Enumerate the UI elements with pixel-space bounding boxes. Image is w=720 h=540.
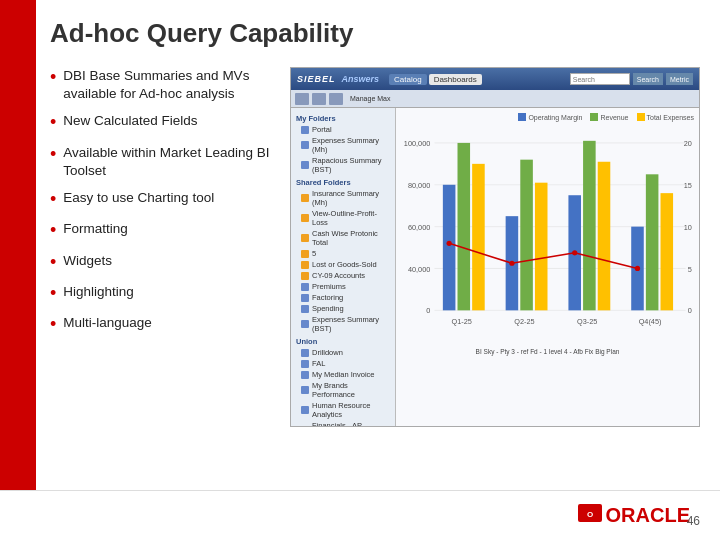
legend-operating-margin: Operating Margin xyxy=(518,113,582,121)
svg-text:Q4(45): Q4(45) xyxy=(639,317,662,326)
siebel-nav-tabs: Catalog Dashboards xyxy=(389,74,482,85)
doc-icon xyxy=(301,349,309,357)
folder-icon xyxy=(301,194,309,202)
nav-item-label: Factoring xyxy=(312,293,343,302)
nav-item-hr-analytics[interactable]: Human Resource Analytics xyxy=(291,400,395,420)
page-title: Ad-hoc Query Capability xyxy=(50,18,700,49)
oracle-icon: O xyxy=(578,504,602,528)
nav-item-premiums[interactable]: Premiums xyxy=(291,281,395,292)
nav-item-label: Financials - AP Analyses xyxy=(312,421,390,426)
folder-icon xyxy=(301,261,309,269)
svg-text:20: 20 xyxy=(684,139,692,148)
nav-item-spending[interactable]: Spending xyxy=(291,303,395,314)
folder-icon xyxy=(301,214,309,222)
list-item: • Highlighting xyxy=(50,283,270,305)
nav-item-cash-wise[interactable]: Cash Wise Protonic Total xyxy=(291,228,395,248)
bar-rev-q4 xyxy=(646,174,659,310)
siebel-body: My Folders Portal Expenses Summary (Mh) … xyxy=(291,108,699,426)
bar-exp-q4 xyxy=(661,193,674,310)
svg-text:O: O xyxy=(586,510,592,519)
nav-item-label: Portal xyxy=(312,125,332,134)
toolbar-icon-3[interactable] xyxy=(329,93,343,105)
nav-item-view-outline[interactable]: View-Outline-Profit-Loss xyxy=(291,208,395,228)
bar-rev-q3 xyxy=(583,141,596,311)
bar-exp-q1 xyxy=(472,164,485,310)
nav-item-label: My Brands Performance xyxy=(312,381,390,399)
list-item: • Widgets xyxy=(50,252,270,274)
nav-item-portal[interactable]: Portal xyxy=(291,124,395,135)
svg-text:40,000: 40,000 xyxy=(408,265,430,274)
folder-icon xyxy=(301,234,309,242)
nav-item-brands-perf[interactable]: My Brands Performance xyxy=(291,380,395,400)
bullet-icon: • xyxy=(50,142,56,166)
answers-label: Answers xyxy=(342,74,380,84)
nav-item-label: CY-09 Accounts xyxy=(312,271,365,280)
list-item-text: Highlighting xyxy=(63,283,134,301)
nav-item-5[interactable]: 5 xyxy=(291,248,395,259)
union-title: Union xyxy=(291,334,395,347)
bullet-icon: • xyxy=(50,110,56,134)
bar-exp-q3 xyxy=(598,162,611,311)
toolbar-icon-2[interactable] xyxy=(312,93,326,105)
siebel-header: SIEBEL Answers Catalog Dashboards Search… xyxy=(291,68,699,90)
nav-item-drilldown[interactable]: Drilldown xyxy=(291,347,395,358)
legend-label-1: Operating Margin xyxy=(528,114,582,121)
shared-folders-title: Shared Folders xyxy=(291,175,395,188)
toolbar-icon-1[interactable] xyxy=(295,93,309,105)
doc-icon xyxy=(301,161,309,169)
doc-icon xyxy=(301,283,309,291)
list-item: • Multi-language xyxy=(50,314,270,336)
list-item-text: Available within Market Leading BI Tools… xyxy=(63,144,270,180)
siebel-search-bar: Search Metric xyxy=(570,73,693,85)
nav-item-factoring[interactable]: Factoring xyxy=(291,292,395,303)
nav-item-expenses-bst[interactable]: Expenses Summary (BST) xyxy=(291,314,395,334)
nav-item-expenses-mh[interactable]: Expenses Summary (Mh) xyxy=(291,135,395,155)
metric-button[interactable]: Metric xyxy=(666,73,693,85)
nav-item-label: Lost or Goods-Sold xyxy=(312,260,377,269)
search-input[interactable] xyxy=(570,73,630,85)
doc-icon xyxy=(301,406,309,414)
nav-item-fal[interactable]: FAL xyxy=(291,358,395,369)
nav-item-insurance[interactable]: Insurance Summary (Mh) xyxy=(291,188,395,208)
svg-text:Q3-25: Q3-25 xyxy=(577,317,597,326)
nav-item-rapacious[interactable]: Rapacious Summary (BST) xyxy=(291,155,395,175)
legend-color-2 xyxy=(590,113,598,121)
doc-icon xyxy=(301,360,309,368)
bullet-icon: • xyxy=(50,187,56,211)
my-folders-title: My Folders xyxy=(291,111,395,124)
nav-item-lost-goods[interactable]: Lost or Goods-Sold xyxy=(291,259,395,270)
svg-text:Q1-25: Q1-25 xyxy=(452,317,472,326)
bullet-icon: • xyxy=(50,312,56,336)
search-button[interactable]: Search xyxy=(633,73,663,85)
tab-dashboards[interactable]: Dashboards xyxy=(429,74,482,85)
nav-item-cy09[interactable]: CY-09 Accounts xyxy=(291,270,395,281)
nav-item-label: Cash Wise Protonic Total xyxy=(312,229,390,247)
om-point-q4 xyxy=(635,266,640,271)
legend-total-expenses: Total Expenses xyxy=(637,113,694,121)
nav-item-label: FAL xyxy=(312,359,325,368)
om-point-q1 xyxy=(447,241,452,246)
nav-item-label: Expenses Summary (BST) xyxy=(312,315,390,333)
legend-revenue: Revenue xyxy=(590,113,628,121)
bullet-icon: • xyxy=(50,218,56,242)
manage-max-label[interactable]: Manage Max xyxy=(350,95,390,102)
svg-text:15: 15 xyxy=(684,181,692,190)
list-item-text: Easy to use Charting tool xyxy=(63,189,214,207)
nav-item-label: Drilldown xyxy=(312,348,343,357)
list-item: • DBI Base Summaries and MVs available f… xyxy=(50,67,270,103)
list-item: • Available within Market Leading BI Too… xyxy=(50,144,270,180)
list-item-text: New Calculated Fields xyxy=(63,112,197,130)
doc-icon xyxy=(301,320,309,328)
nav-item-label: Spending xyxy=(312,304,344,313)
folder-icon xyxy=(301,272,309,280)
nav-item-median[interactable]: My Median Invoice xyxy=(291,369,395,380)
svg-text:0: 0 xyxy=(688,306,692,315)
nav-item-label: Insurance Summary (Mh) xyxy=(312,189,390,207)
nav-item-label: Rapacious Summary (BST) xyxy=(312,156,390,174)
nav-item-fin-ap[interactable]: Financials - AP Analyses xyxy=(291,420,395,426)
nav-item-label: View-Outline-Profit-Loss xyxy=(312,209,390,227)
chart-footer: BI Sky - Pty 3 - ref Fd - 1 level 4 - Af… xyxy=(401,348,694,355)
tab-catalog[interactable]: Catalog xyxy=(389,74,427,85)
oracle-text: ORACLE xyxy=(606,504,690,527)
doc-icon xyxy=(301,141,309,149)
